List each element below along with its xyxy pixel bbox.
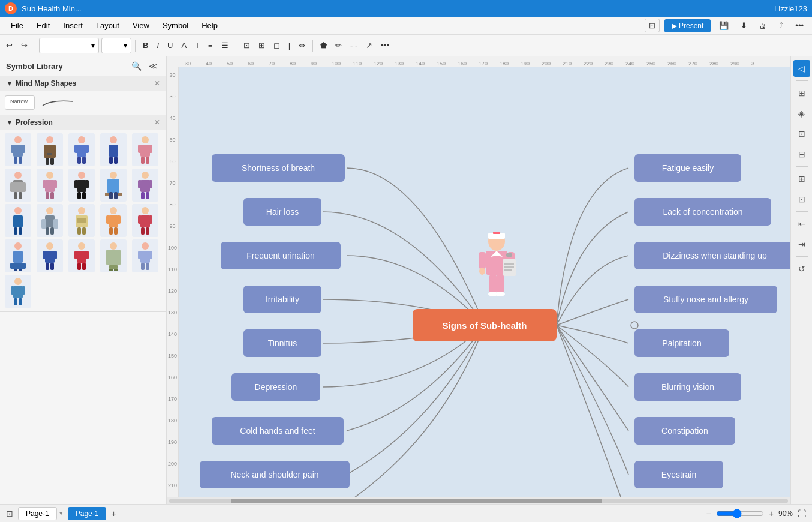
italic-btn[interactable]: I — [153, 39, 163, 52]
download-btn[interactable]: ⬇ — [737, 19, 751, 32]
layers-btn[interactable]: ◈ — [793, 105, 810, 122]
profession-item-18[interactable] — [68, 239, 95, 272]
collapse-sidebar-btn[interactable]: ≪ — [146, 60, 160, 72]
layout-view-btn[interactable]: ⊡ — [6, 509, 13, 518]
menu-file[interactable]: File — [5, 19, 29, 32]
align-btn[interactable]: ≡ — [204, 39, 216, 52]
canvas-area[interactable]: 20 30 40 50 60 70 80 90 100 110 120 130 … — [167, 67, 790, 497]
redo-btn[interactable]: ↪ — [17, 39, 31, 52]
link-btn[interactable]: ⊞ — [255, 39, 269, 52]
menu-insert[interactable]: Insert — [57, 19, 89, 32]
profession-item-15[interactable] — [132, 204, 158, 237]
grid-view-btn[interactable]: ⊞ — [793, 85, 810, 101]
profession-item-12[interactable] — [37, 204, 63, 237]
mind-map-section-close[interactable]: ✕ — [154, 79, 160, 88]
zoom-slider[interactable] — [716, 509, 764, 518]
profession-section-close[interactable]: ✕ — [154, 118, 160, 127]
menu-view[interactable]: View — [127, 19, 155, 32]
more-btn[interactable]: ••• — [792, 19, 807, 32]
profession-item-13[interactable] — [68, 204, 95, 237]
node-blurring[interactable]: Blurring vision — [634, 373, 741, 401]
shape-curve[interactable] — [40, 97, 76, 109]
text-btn[interactable]: T — [191, 39, 203, 52]
profession-item-20[interactable] — [132, 239, 158, 272]
node-dizziness-stand[interactable]: Dizziness when standing up — [634, 242, 790, 269]
profession-item-2[interactable] — [37, 133, 63, 166]
undo-btn[interactable]: ↩ — [2, 39, 16, 52]
profession-item-3[interactable] — [68, 133, 95, 166]
profession-item-6[interactable] — [5, 169, 31, 202]
collapse-right-btn[interactable]: ◁ — [793, 60, 810, 77]
node-frequent[interactable]: Frequent urination — [221, 242, 341, 269]
page-tab-dropdown[interactable]: ▾ — [59, 509, 63, 517]
profession-item-14[interactable] — [100, 204, 127, 237]
text-align-btn[interactable]: ☰ — [218, 39, 232, 52]
center-node[interactable]: Signs of Sub-health — [413, 309, 557, 341]
scrollbar-thumb[interactable] — [231, 499, 602, 503]
profession-item-4[interactable] — [100, 133, 127, 166]
zoom-in-btn[interactable]: + — [769, 509, 774, 518]
node-shortness[interactable]: Shortness of breath — [212, 154, 345, 182]
node-irritability[interactable]: Irritability — [243, 286, 321, 313]
horizontal-scrollbar[interactable] — [167, 497, 790, 504]
node-coldhands[interactable]: Cold hands and feet — [212, 417, 344, 445]
node-tinnitus[interactable]: Tinnitus — [243, 329, 321, 357]
shape-box[interactable]: Narrow — [5, 95, 35, 110]
dash-btn[interactable]: - - — [347, 39, 361, 52]
profession-item-9[interactable] — [100, 169, 127, 202]
font-color-btn[interactable]: A — [178, 39, 190, 52]
profession-item-5[interactable] — [132, 133, 158, 166]
node-neck[interactable]: Neck and shoulder pain — [200, 461, 350, 488]
profession-item-11[interactable] — [5, 204, 31, 237]
history-btn[interactable]: ↺ — [793, 260, 810, 277]
profession-header[interactable]: ▼ Profession ✕ — [0, 115, 166, 130]
text-box-btn[interactable]: ⊡ — [240, 39, 254, 52]
expand-btn[interactable]: ⇔ — [295, 39, 309, 52]
profession-item-8[interactable] — [68, 169, 95, 202]
add-page-btn[interactable]: + — [111, 509, 116, 518]
share-btn[interactable]: ⤴ — [775, 19, 787, 32]
menu-symbol[interactable]: Symbol — [157, 19, 194, 32]
expand-all-btn[interactable]: ⇥ — [793, 236, 810, 253]
bold-btn[interactable]: B — [139, 39, 152, 52]
print-btn[interactable]: 🖨 — [756, 19, 771, 32]
font-size-dropdown[interactable]: ▾ — [101, 38, 131, 53]
profession-item-10[interactable] — [132, 169, 158, 202]
node-hairloss[interactable]: Hair loss — [243, 198, 321, 226]
node-eyestrain[interactable]: Eyestrain — [634, 461, 723, 488]
screen-mode-btn[interactable]: ⊡ — [645, 19, 660, 32]
menu-help[interactable]: Help — [196, 19, 224, 32]
node-fatigue[interactable]: Fatigue easily — [634, 154, 741, 182]
profession-item-19[interactable] — [100, 239, 127, 272]
organization-btn[interactable]: ⊞ — [793, 170, 810, 187]
profession-item-7[interactable] — [37, 169, 63, 202]
fit-page-btn[interactable]: ⛶ — [798, 509, 806, 518]
line-btn[interactable]: ✏ — [332, 39, 345, 52]
image-btn[interactable]: ⊟ — [793, 146, 810, 163]
save-btn[interactable]: 💾 — [715, 19, 732, 32]
mind-map-shapes-header[interactable]: ▼ Mind Map Shapes ✕ — [0, 76, 166, 91]
data-view-btn[interactable]: ⊡ — [793, 125, 810, 142]
zoom-out-btn[interactable]: − — [706, 509, 711, 518]
profession-item-17[interactable] — [37, 239, 63, 272]
shape-btn[interactable]: ◻ — [270, 39, 284, 52]
page-tab-inactive[interactable]: Page-1 — [18, 507, 57, 520]
node-stuffy[interactable]: Stuffy nose and allergy — [634, 286, 777, 313]
container-btn[interactable]: ⊡ — [793, 191, 810, 208]
search-btn[interactable]: 🔍 — [129, 60, 144, 72]
menu-layout[interactable]: Layout — [90, 19, 125, 32]
page-tab-active[interactable]: Page-1 — [68, 507, 107, 520]
arrow-btn[interactable]: ↗ — [362, 39, 376, 52]
node-concentration[interactable]: Lack of concentration — [634, 198, 771, 226]
menu-edit[interactable]: Edit — [31, 19, 56, 32]
connector-btn[interactable]: | — [285, 39, 294, 52]
more-options-btn[interactable]: ••• — [377, 39, 393, 52]
profession-item-1[interactable] — [5, 133, 31, 166]
import-btn[interactable]: ⇤ — [793, 215, 810, 232]
font-family-dropdown[interactable]: ▾ — [39, 38, 99, 53]
present-button[interactable]: ▶ Present — [664, 19, 711, 32]
underline-btn[interactable]: U — [164, 39, 176, 52]
profession-item-16[interactable] — [5, 239, 31, 272]
profession-item-21[interactable] — [5, 275, 31, 308]
node-constipation[interactable]: Constipation — [634, 417, 735, 445]
